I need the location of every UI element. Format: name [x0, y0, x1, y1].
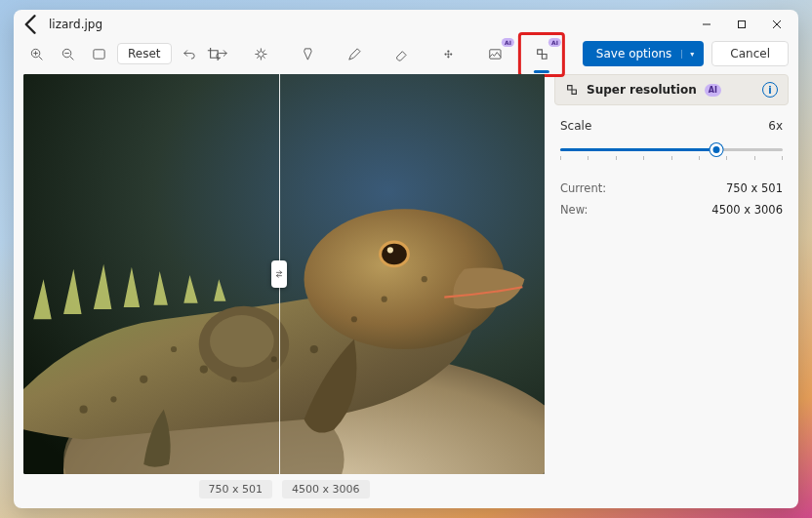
new-label: New:	[560, 203, 588, 217]
current-value: 750 x 501	[726, 181, 783, 195]
svg-point-27	[422, 276, 427, 282]
back-button[interactable]	[18, 11, 45, 38]
remove-bg-icon	[487, 47, 502, 61]
current-label: Current:	[560, 181, 606, 195]
info-button[interactable]: i	[762, 82, 778, 98]
save-label: Save options	[596, 47, 671, 60]
svg-point-19	[210, 315, 274, 367]
zoom-out-button[interactable]	[55, 41, 80, 66]
zoom-in-icon	[29, 47, 44, 61]
filter-tool[interactable]	[294, 40, 321, 67]
svg-point-9	[447, 53, 449, 55]
crop-icon	[206, 47, 221, 61]
svg-point-28	[140, 376, 147, 383]
crop-tool[interactable]	[200, 40, 227, 67]
close-button[interactable]	[759, 11, 794, 38]
filter-icon	[300, 47, 314, 61]
slider-fill	[560, 148, 716, 151]
close-icon	[772, 20, 782, 29]
svg-rect-0	[739, 21, 746, 28]
panel-header: Super resolution AI i	[554, 74, 789, 105]
svg-point-17	[387, 247, 393, 253]
save-options-button[interactable]: Save options ▾	[583, 41, 704, 66]
chevron-down-icon: ▾	[681, 50, 694, 59]
canvas-wrap: 750 x 501 4500 x 3006	[23, 74, 545, 498]
blur-icon	[440, 47, 455, 61]
original-dimension-chip: 750 x 501	[199, 480, 273, 498]
svg-point-25	[351, 316, 357, 322]
slider-ticks	[560, 156, 783, 160]
ai-badge-icon: AI	[502, 38, 514, 47]
reset-button[interactable]: Reset	[117, 43, 172, 64]
minimize-button[interactable]	[689, 11, 724, 38]
ai-pill: AI	[705, 84, 721, 97]
scale-label: Scale	[560, 119, 591, 133]
svg-point-5	[444, 53, 446, 55]
erase-tool[interactable]	[387, 40, 415, 67]
svg-point-24	[310, 345, 318, 353]
pen-icon	[346, 47, 361, 61]
tool-group: AI AI	[200, 40, 555, 67]
scale-value: 6x	[768, 119, 783, 133]
panel-body: Scale 6x Current: 750 x 501 New:	[554, 105, 789, 238]
zoom-in-button[interactable]	[23, 41, 49, 66]
svg-point-21	[200, 365, 208, 373]
filename-label: lizard.jpg	[49, 18, 102, 31]
image-canvas[interactable]	[23, 74, 545, 474]
svg-rect-3	[93, 49, 103, 58]
svg-point-29	[110, 396, 116, 402]
svg-point-4	[258, 51, 264, 57]
svg-point-6	[447, 50, 449, 52]
markup-tool[interactable]	[341, 40, 368, 67]
content-area: 750 x 501 4500 x 3006 Super resolution A…	[14, 74, 798, 508]
svg-point-30	[80, 406, 88, 414]
brightness-icon	[253, 47, 267, 61]
svg-point-26	[382, 297, 387, 302]
adjust-tool[interactable]	[247, 40, 274, 67]
fit-button[interactable]	[86, 41, 111, 66]
maximize-button[interactable]	[724, 11, 759, 38]
blur-tool[interactable]	[434, 40, 462, 67]
minimize-icon	[702, 20, 711, 29]
cancel-button[interactable]: Cancel	[711, 41, 789, 66]
ai-badge-icon: AI	[548, 38, 561, 47]
undo-button[interactable]	[178, 41, 203, 66]
slider-thumb[interactable]	[710, 143, 722, 156]
super-res-icon	[534, 47, 548, 61]
scale-slider[interactable]	[560, 142, 783, 168]
svg-point-8	[447, 56, 449, 58]
svg-point-20	[171, 346, 177, 352]
new-value: 4500 x 3006	[711, 203, 783, 217]
remove-background-tool[interactable]: AI	[481, 40, 508, 67]
swap-horizontal-icon	[274, 269, 284, 279]
super-res-icon	[565, 83, 579, 97]
svg-point-7	[450, 53, 452, 55]
compare-handle[interactable]	[271, 260, 287, 288]
svg-point-22	[231, 377, 237, 382]
super-resolution-tool[interactable]: AI	[528, 40, 555, 67]
active-tool-indicator	[534, 70, 549, 73]
zoom-out-icon	[61, 47, 75, 61]
dimension-labels: 750 x 501 4500 x 3006	[199, 480, 370, 498]
arrow-left-icon	[18, 11, 45, 38]
fit-icon	[92, 47, 106, 61]
side-panel: Super resolution AI i Scale 6x	[554, 74, 789, 498]
eraser-icon	[393, 47, 408, 61]
app-window: lizard.jpg Reset AI AI	[14, 10, 798, 508]
maximize-icon	[737, 20, 747, 29]
toolbar: Reset AI AI Save options ▾	[14, 39, 798, 74]
titlebar: lizard.jpg	[14, 10, 798, 39]
undo-icon	[183, 47, 197, 61]
panel-title: Super resolution	[587, 83, 697, 97]
new-dimension-chip: 4500 x 3006	[282, 480, 370, 498]
svg-point-23	[271, 356, 277, 362]
